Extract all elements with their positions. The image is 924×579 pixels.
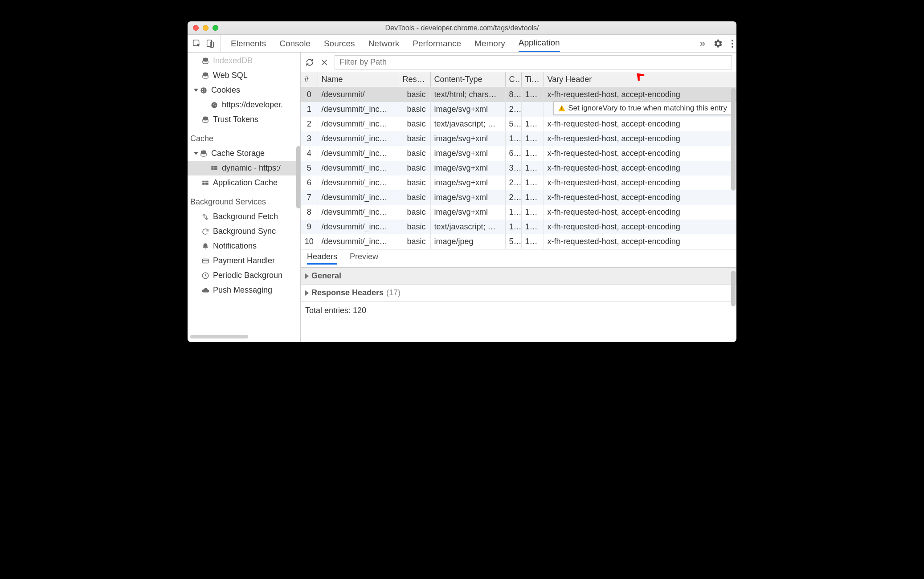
sidebar-item-periodic-background-sync[interactable]: Periodic Backgroun [188, 268, 300, 283]
clear-icon[interactable] [320, 58, 328, 66]
sidebar-item-application-cache[interactable]: Application Cache [188, 175, 300, 190]
svg-point-11 [204, 90, 205, 91]
tab-sources[interactable]: Sources [324, 35, 355, 52]
table-row[interactable]: 8/devsummit/_inc…basicimage/svg+xml1…1…x… [301, 205, 736, 220]
cell-time: 1… [521, 161, 544, 175]
svg-point-8 [200, 87, 207, 94]
ignore-vary-tooltip: Set ignoreVary to true when matching thi… [553, 102, 732, 115]
tab-memory[interactable]: Memory [474, 35, 505, 52]
kebab-menu-icon[interactable] [731, 39, 734, 48]
table-row[interactable]: 5/devsummit/_inc…basicimage/svg+xml3…1…x… [301, 161, 736, 175]
cell-name: /devsummit/_inc… [318, 220, 399, 234]
refresh-icon[interactable] [305, 58, 314, 67]
sidebar-item-push-messaging[interactable]: Push Messaging [188, 283, 300, 298]
cell-len: 6… [505, 146, 521, 161]
cell-name: /devsummit/_inc… [318, 175, 399, 190]
database-icon [199, 149, 208, 158]
tab-elements[interactable]: Elements [231, 35, 266, 52]
table-row[interactable]: 2/devsummit/_inc…basictext/javascript; …… [301, 117, 736, 131]
cell-idx: 4 [301, 146, 318, 161]
cell-time: 1… [521, 220, 544, 234]
svg-rect-1 [207, 40, 212, 46]
filter-input[interactable]: Filter by Path [335, 55, 732, 69]
cell-res: basic [399, 175, 430, 190]
cell-len: 2… [505, 175, 521, 190]
svg-rect-20 [214, 166, 217, 167]
sidebar-item-websql[interactable]: Web SQL [188, 68, 300, 83]
sidebar-horizontal-scrollbar[interactable] [190, 335, 248, 338]
col-content-type[interactable]: Content-Type [430, 72, 505, 87]
tab-preview[interactable]: Preview [350, 252, 378, 265]
col-response[interactable]: Res… [399, 72, 430, 87]
cell-name: /devsummit/_inc… [318, 102, 399, 117]
tab-application[interactable]: Application [519, 35, 560, 52]
sidebar-item-trust-tokens[interactable]: Trust Tokens [188, 112, 300, 127]
table-row[interactable]: 9/devsummit/_inc…basictext/javascript; …… [301, 220, 736, 234]
table-row[interactable]: 10/devsummit/_inc…basicimage/jpeg5…1…x-f… [301, 234, 736, 249]
section-general[interactable]: General [301, 268, 736, 285]
table-row[interactable]: 4/devsummit/_inc…basicimage/svg+xml6…1…x… [301, 146, 736, 161]
sidebar-item-cookies[interactable]: Cookies [188, 83, 300, 98]
sidebar-item-label: Push Messaging [213, 285, 272, 295]
section-response-headers[interactable]: Response Headers (17) [301, 285, 736, 301]
section-count: (17) [386, 288, 401, 298]
svg-rect-19 [211, 166, 213, 167]
detail-tabs: Headers Preview [301, 249, 736, 268]
sidebar-item-notifications[interactable]: Notifications [188, 239, 300, 253]
sidebar-item-cookie-origin[interactable]: https://developer. [188, 98, 300, 112]
tab-network[interactable]: Network [368, 35, 400, 52]
cell-vary: x-fh-requested-host, accept-encoding [544, 220, 736, 234]
sidebar-item-label: IndexedDB [213, 56, 253, 65]
table-row[interactable]: 6/devsummit/_inc…basicimage/svg+xml2…1…x… [301, 175, 736, 190]
svg-point-5 [732, 46, 733, 48]
svg-point-15 [215, 103, 216, 104]
cookie-icon [210, 101, 219, 110]
cell-idx: 1 [301, 102, 318, 117]
cell-type: text/javascript; … [430, 117, 505, 131]
cell-vary: x-fh-requested-host, accept-encoding [544, 131, 736, 146]
tab-console[interactable]: Console [279, 35, 311, 52]
cell-idx: 6 [301, 175, 318, 190]
sidebar-item-background-fetch[interactable]: Background Fetch [188, 209, 300, 224]
cell-idx: 2 [301, 117, 318, 131]
table-row[interactable]: 7/devsummit/_inc…basicimage/svg+xml2…1…x… [301, 190, 736, 205]
cell-len: 2… [505, 190, 521, 205]
grid-scrollbar[interactable] [731, 88, 736, 191]
table-row[interactable]: 3/devsummit/_inc…basicimage/svg+xml1…1…x… [301, 131, 736, 146]
col-name[interactable]: Name [318, 72, 399, 87]
cell-res: basic [399, 102, 430, 117]
cell-time: 1… [521, 175, 544, 190]
sidebar-item-label: Application Cache [213, 178, 278, 188]
cell-len: 1… [505, 131, 521, 146]
svg-point-16 [215, 105, 216, 106]
tab-headers[interactable]: Headers [307, 252, 337, 265]
cell-time: 1… [521, 117, 544, 131]
disclosure-triangle-icon [194, 152, 198, 155]
device-toggle-icon[interactable] [205, 39, 215, 49]
cell-idx: 7 [301, 190, 318, 205]
col-time-cached[interactable]: Ti… [521, 72, 544, 87]
sidebar-item-indexeddb[interactable]: IndexedDB [188, 53, 300, 68]
database-icon [201, 57, 210, 65]
detail-scrollbar[interactable] [731, 271, 736, 306]
svg-rect-26 [205, 183, 209, 185]
cell-len: 8… [505, 87, 521, 102]
sidebar-item-label: Notifications [213, 241, 257, 251]
cloud-icon [201, 286, 210, 295]
more-panels-button[interactable]: » [700, 38, 705, 49]
sidebar-item-cache-storage[interactable]: Cache Storage [188, 146, 300, 161]
tab-performance[interactable]: Performance [413, 35, 461, 52]
cell-name: /devsummit/_inc… [318, 146, 399, 161]
table-row[interactable]: 0/devsummit/basictext/html; chars…8…1…x-… [301, 87, 736, 102]
col-content-length[interactable]: C.. [505, 72, 521, 87]
cell-time: 1… [521, 234, 544, 249]
sidebar-item-payment-handler[interactable]: Payment Handler [188, 253, 300, 268]
sidebar-item-cache-entry[interactable]: dynamic - https:/ [188, 161, 300, 175]
sidebar-scrollbar[interactable] [296, 146, 301, 208]
cell-vary: x-fh-requested-host, accept-encoding [544, 234, 736, 249]
sidebar-item-background-sync[interactable]: Background Sync [188, 224, 300, 239]
inspect-icon[interactable] [192, 39, 202, 49]
cell-res: basic [399, 87, 430, 102]
col-index[interactable]: # [301, 72, 318, 87]
settings-icon[interactable] [713, 39, 723, 49]
